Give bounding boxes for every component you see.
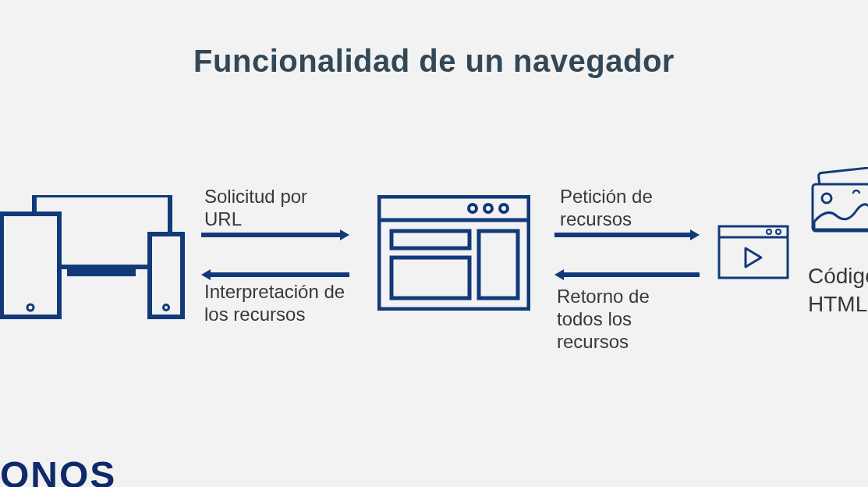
svg-point-12: [469, 204, 477, 212]
label-codigo-line1: Código: [808, 262, 868, 290]
label-interpret: Interpretación de los recursos: [204, 281, 368, 326]
svg-rect-17: [391, 258, 469, 298]
brand-fragment: ONOS: [0, 453, 116, 487]
label-interpret-text: Interpretación de los recursos: [204, 281, 345, 325]
devices-icon: [0, 195, 186, 320]
svg-marker-26: [746, 248, 761, 267]
svg-rect-1: [67, 267, 136, 276]
svg-marker-19: [690, 229, 700, 240]
browser-window-icon: [377, 195, 530, 311]
label-request-url: Solicitud por URL: [204, 186, 345, 231]
diagram-title: Funcionalidad de un navegador: [0, 44, 868, 79]
diagram-canvas: Funcionalidad de un navegador Solicitud …: [0, 0, 868, 487]
svg-point-14: [500, 204, 508, 212]
arrow-right-icon: [201, 229, 349, 240]
label-request-url-text: Solicitud por URL: [204, 186, 307, 229]
arrow-left-icon: [201, 269, 349, 280]
label-codigo-line2: HTML: [808, 290, 868, 318]
svg-point-25: [776, 229, 781, 234]
label-request-resources: Petición de recursos: [560, 186, 693, 231]
label-codigo-html: Código HTML: [808, 262, 868, 319]
label-request-resources-text: Petición de recursos: [560, 186, 653, 229]
svg-rect-15: [391, 231, 469, 248]
svg-marker-7: [340, 229, 349, 240]
svg-marker-21: [554, 269, 564, 280]
video-box-icon: [717, 225, 789, 279]
label-return-resources-text: Retorno de todos los recursos: [557, 286, 650, 352]
svg-marker-9: [201, 269, 211, 280]
label-return-resources: Retorno de todos los recursos: [557, 286, 689, 353]
arrow-right-icon: [554, 229, 700, 240]
svg-point-13: [484, 204, 492, 212]
svg-point-24: [767, 229, 771, 234]
arrow-left-icon: [554, 269, 700, 280]
images-stack-icon: [810, 167, 868, 237]
svg-rect-2: [2, 214, 59, 317]
svg-rect-10: [379, 197, 529, 309]
svg-rect-16: [479, 231, 518, 298]
